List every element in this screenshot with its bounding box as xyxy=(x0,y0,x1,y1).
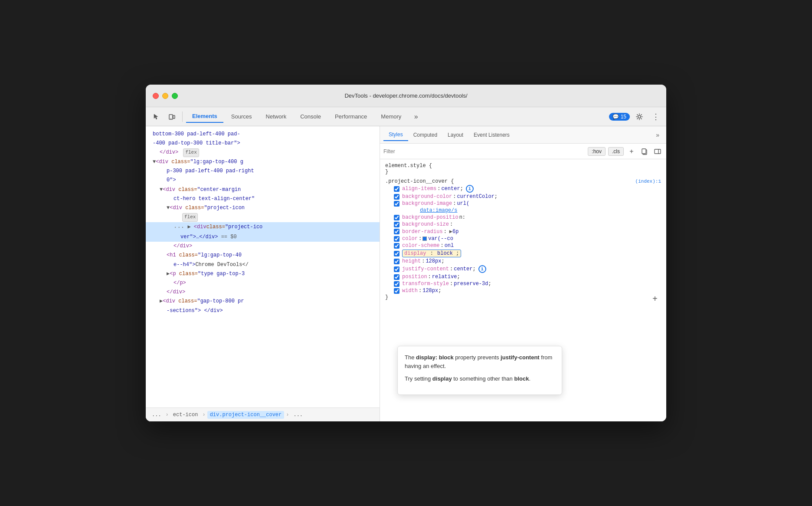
copy-styles-button[interactable] xyxy=(639,146,650,157)
cls-filter-button[interactable]: .cls xyxy=(608,147,624,156)
css-tooltip: The display: block property prevents jus… xyxy=(397,346,562,395)
tooltip-line-1: The display: block property prevents jus… xyxy=(405,353,555,370)
window-title: DevTools - developer.chrome.com/docs/dev… xyxy=(344,92,467,99)
css-prop-width: width : 128px ; xyxy=(385,287,661,294)
breadcrumb-end[interactable]: ... xyxy=(291,411,305,419)
issues-badge[interactable]: 💬 15 xyxy=(609,113,630,121)
html-line: p-300 pad-left-400 pad-right xyxy=(146,167,380,176)
prop-checkbox-justify-content[interactable] xyxy=(394,266,399,272)
css-prop-data-url: data:image/s xyxy=(385,207,661,214)
html-line: </div> flex xyxy=(146,148,380,158)
sidebar-icon xyxy=(654,148,661,155)
html-line: </p> xyxy=(146,279,380,288)
css-prop-height: height : 128px ; xyxy=(385,258,661,265)
css-prop-background-size: background-size : xyxy=(385,221,661,228)
cursor-icon xyxy=(153,113,160,120)
element-style-rule: element.style { } xyxy=(380,161,666,177)
css-prop-align-items: align-items : center ; i xyxy=(385,184,661,193)
tab-performance[interactable]: Performance xyxy=(329,111,373,122)
flex-badge-2: flex xyxy=(182,213,198,222)
html-line: e--h4">Chrome DevTools</ xyxy=(146,260,380,269)
align-items-info-icon[interactable]: i xyxy=(466,185,474,193)
html-line: 0"> xyxy=(146,176,380,185)
prop-checkbox-color[interactable] xyxy=(394,236,399,242)
maximize-button[interactable] xyxy=(172,93,178,99)
prop-checkbox-border-radius[interactable] xyxy=(394,229,399,234)
tooltip-bold-justify-content: justify-content xyxy=(501,354,540,361)
add-style-rule-button[interactable]: + xyxy=(626,146,637,157)
issues-count: 15 xyxy=(621,114,626,120)
css-prop-background-position: background-positio n: xyxy=(385,214,661,221)
prop-checkbox-transform-style[interactable] xyxy=(394,281,399,287)
copy-icon xyxy=(641,148,648,155)
elements-tree[interactable]: bottom-300 pad-left-400 pad- -400 pad-to… xyxy=(146,126,380,407)
breadcrumb-ellipsis[interactable]: ... xyxy=(149,411,164,419)
css-rules-panel: element.style { } .project-icon__cover {… xyxy=(380,159,666,421)
filter-input[interactable] xyxy=(383,148,585,154)
css-prop-background-color: background-color : currentColor ; xyxy=(385,193,661,200)
prop-checkbox-height[interactable] xyxy=(394,259,399,264)
prop-checkbox-position[interactable] xyxy=(394,274,399,280)
inspect-element-button[interactable] xyxy=(149,110,163,124)
prop-checkbox-width[interactable] xyxy=(394,288,399,294)
svg-rect-6 xyxy=(655,149,661,154)
html-line: ▼<div class="lg:gap-top-400 g xyxy=(146,158,380,167)
prop-checkbox-bg-color[interactable] xyxy=(394,194,399,200)
more-options-icon: ⋮ xyxy=(652,112,660,122)
customize-button[interactable]: ⋮ xyxy=(649,110,663,124)
html-line: ▼<div class="project-icon xyxy=(146,204,380,213)
tab-layout[interactable]: Layout xyxy=(442,129,468,141)
html-line: ct-hero text-align-center" xyxy=(146,194,380,204)
tooltip-line-2: Try setting display to something other t… xyxy=(405,375,555,383)
hov-filter-button[interactable]: :hov xyxy=(588,147,606,156)
css-prop-border-radius: border-radius : ▶ 6p xyxy=(385,228,661,235)
device-toolbar-button[interactable] xyxy=(165,110,179,124)
css-prop-position: position : relative ; xyxy=(385,273,661,280)
tab-event-listeners[interactable]: Event Listeners xyxy=(468,129,515,141)
toolbar-divider-1 xyxy=(182,112,183,122)
prop-checkbox-bg-size[interactable] xyxy=(394,222,399,227)
close-button[interactable] xyxy=(153,93,159,99)
tab-sources[interactable]: Sources xyxy=(225,111,258,122)
tab-memory[interactable]: Memory xyxy=(375,111,407,122)
toolbar-right: 💬 15 ⋮ xyxy=(609,110,663,124)
prop-checkbox-bg-position[interactable] xyxy=(394,215,399,220)
html-line: <h1 class="lg:gap-top-40 xyxy=(146,251,380,260)
html-line-selected[interactable]: ··· ▶ <div class="project-ico xyxy=(146,222,380,233)
svg-rect-5 xyxy=(642,149,646,154)
breadcrumb-ect-icon[interactable]: ect-icon xyxy=(170,411,201,419)
settings-button[interactable] xyxy=(632,110,646,124)
tab-elements[interactable]: Elements xyxy=(186,110,223,123)
traffic-lights xyxy=(153,93,178,99)
breadcrumb-cover[interactable]: div.project-icon__cover xyxy=(207,411,285,419)
css-prop-transform-style: transform-style : preserve-3d ; xyxy=(385,280,661,287)
prop-checkbox-align-items[interactable] xyxy=(394,186,399,192)
tab-console[interactable]: Console xyxy=(294,111,327,122)
more-styles-tabs-button[interactable]: » xyxy=(652,131,663,138)
prop-checkbox-display[interactable] xyxy=(394,251,399,256)
color-swatch[interactable] xyxy=(422,237,427,241)
tooltip-bold-display: display xyxy=(432,375,452,382)
html-line: -400 pad-top-300 title-bar"> xyxy=(146,139,380,148)
minimize-button[interactable] xyxy=(162,93,168,99)
tab-styles[interactable]: Styles xyxy=(383,129,408,141)
flex-badge: flex xyxy=(183,148,199,157)
styles-tabs: Styles Computed Layout Event Listeners » xyxy=(380,126,666,144)
display-highlighted: display : block ; xyxy=(402,250,461,257)
more-tabs-button[interactable]: » xyxy=(409,110,423,124)
html-line: ▶<p class="type gap-top-3 xyxy=(146,269,380,279)
tab-computed[interactable]: Computed xyxy=(408,129,442,141)
html-line: ▶<div class="gap-top-800 pr xyxy=(146,297,380,306)
toggle-sidebar-button[interactable] xyxy=(652,146,663,157)
prop-checkbox-color-scheme[interactable] xyxy=(394,243,399,249)
justify-content-info-icon[interactable]: i xyxy=(478,265,486,273)
element-style-selector: element.style { xyxy=(385,163,661,169)
titlebar: DevTools - developer.chrome.com/docs/dev… xyxy=(146,85,666,107)
html-line: bottom-300 pad-left-400 pad- xyxy=(146,130,380,139)
html-line: </div> xyxy=(146,242,380,251)
add-property-button[interactable]: + xyxy=(649,294,661,304)
elements-panel: bottom-300 pad-left-400 pad- -400 pad-to… xyxy=(146,126,380,421)
tab-network[interactable]: Network xyxy=(260,111,293,122)
html-line-selected-2[interactable]: ver">…</div> == $0 xyxy=(146,233,380,242)
prop-checkbox-bg-image[interactable] xyxy=(394,201,399,207)
